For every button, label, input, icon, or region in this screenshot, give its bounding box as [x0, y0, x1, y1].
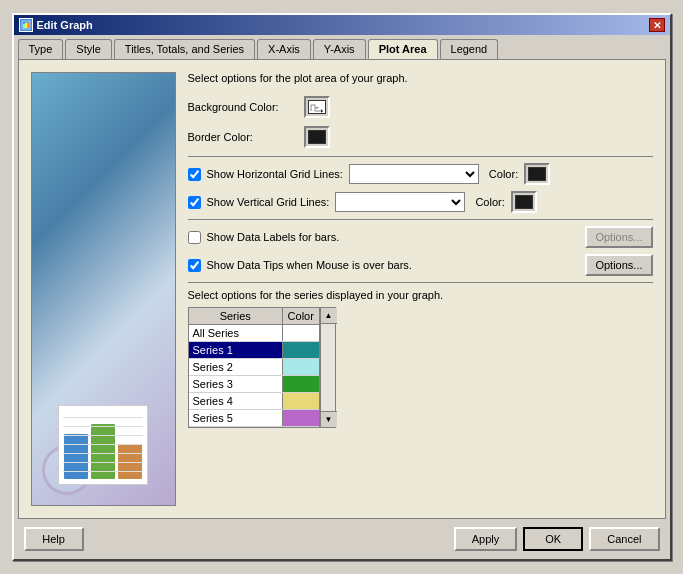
series-row-1[interactable]: Series 1	[189, 342, 319, 359]
left-panel	[31, 72, 176, 506]
series-table-wrapper: Series Color All Series Series 1	[188, 307, 336, 428]
series-name-4: Series 4	[189, 393, 283, 410]
titlebar: Edit Graph ✕	[14, 15, 670, 35]
horizontal-color-button[interactable]	[524, 163, 550, 185]
series-name-all: All Series	[189, 325, 283, 342]
vertical-grid-row: Show Vertical Grid Lines: Solid Dashed C…	[188, 191, 653, 213]
svg-rect-3	[27, 22, 29, 28]
series-row-4[interactable]: Series 4	[189, 393, 319, 410]
background-color-label: Background Color:	[188, 101, 298, 113]
tab-xaxis[interactable]: X-Axis	[257, 39, 311, 59]
show-data-tips-checkbox[interactable]	[188, 259, 201, 272]
content-area: Select options for the plot area of your…	[18, 59, 666, 519]
series-scrollbar[interactable]: ▲ ▼	[320, 307, 336, 428]
series-intro-text: Select options for the series displayed …	[188, 289, 653, 301]
apply-button[interactable]: Apply	[454, 527, 518, 551]
series-color-2[interactable]	[283, 359, 319, 376]
titlebar-left: Edit Graph	[19, 18, 93, 32]
show-horizontal-checkbox[interactable]	[188, 168, 201, 181]
action-buttons: Apply OK Cancel	[454, 527, 660, 551]
series-name-5: Series 5	[189, 410, 283, 427]
chart-preview	[58, 405, 148, 485]
vertical-color-swatch	[515, 195, 533, 209]
tab-legend[interactable]: Legend	[440, 39, 499, 59]
tab-yaxis[interactable]: Y-Axis	[313, 39, 366, 59]
horizontal-color-label: Color:	[489, 168, 518, 180]
vertical-grid-style-select[interactable]: Solid Dashed	[335, 192, 465, 212]
series-color-3[interactable]	[283, 376, 319, 393]
data-labels-options-button[interactable]: Options...	[585, 226, 652, 248]
intro-text: Select options for the plot area of your…	[188, 72, 653, 84]
divider-3	[188, 282, 653, 283]
right-panel: Select options for the plot area of your…	[188, 72, 653, 506]
window-icon	[19, 18, 33, 32]
show-vertical-checkbox[interactable]	[188, 196, 201, 209]
series-row-3[interactable]: Series 3	[189, 376, 319, 393]
tab-bar: Type Style Titles, Totals, and Series X-…	[14, 35, 670, 59]
series-color-all	[283, 325, 319, 342]
border-color-label: Border Color:	[188, 131, 298, 143]
border-color-button[interactable]	[304, 126, 330, 148]
series-row-5[interactable]: Series 5	[189, 410, 319, 427]
series-col-header: Series	[189, 308, 283, 325]
vertical-color-button[interactable]	[511, 191, 537, 213]
series-color-1[interactable]	[283, 342, 319, 359]
scroll-up-arrow[interactable]: ▲	[321, 308, 337, 324]
horizontal-color-swatch	[528, 167, 546, 181]
series-name-2: Series 2	[189, 359, 283, 376]
vertical-color-label: Color:	[475, 196, 504, 208]
tab-type[interactable]: Type	[18, 39, 64, 59]
tab-titles[interactable]: Titles, Totals, and Series	[114, 39, 255, 59]
background-color-row: Background Color:	[188, 96, 653, 118]
tab-plotarea[interactable]: Plot Area	[368, 39, 438, 59]
data-tips-row: Show Data Tips when Mouse is over bars. …	[188, 254, 653, 276]
background-color-button[interactable]	[304, 96, 330, 118]
data-tips-options-button[interactable]: Options...	[585, 254, 652, 276]
color-col-header: Color	[283, 308, 319, 325]
show-vertical-label: Show Vertical Grid Lines:	[207, 196, 330, 208]
show-horizontal-label: Show Horizontal Grid Lines:	[207, 168, 343, 180]
cancel-button[interactable]: Cancel	[589, 527, 659, 551]
show-data-labels-label: Show Data Labels for bars.	[207, 231, 340, 243]
scroll-thumb	[321, 324, 335, 411]
edit-graph-window: Edit Graph ✕ Type Style Titles, Totals, …	[12, 13, 672, 561]
series-row-all[interactable]: All Series	[189, 325, 319, 342]
bottom-bar: Help Apply OK Cancel	[14, 519, 670, 559]
show-data-labels-checkbox[interactable]	[188, 231, 201, 244]
series-table-container: Series Color All Series Series 1	[188, 307, 320, 428]
tab-style[interactable]: Style	[65, 39, 111, 59]
show-data-tips-label: Show Data Tips when Mouse is over bars.	[207, 259, 412, 271]
series-color-5[interactable]	[283, 410, 319, 427]
border-color-swatch	[308, 130, 326, 144]
divider-2	[188, 219, 653, 220]
horizontal-grid-row: Show Horizontal Grid Lines: Solid Dashed…	[188, 163, 653, 185]
series-row-2[interactable]: Series 2	[189, 359, 319, 376]
series-name-3: Series 3	[189, 376, 283, 393]
svg-rect-1	[23, 24, 25, 28]
scroll-down-arrow[interactable]: ▼	[321, 411, 337, 427]
series-color-4[interactable]	[283, 393, 319, 410]
background-color-swatch	[308, 100, 326, 114]
border-color-row: Border Color:	[188, 126, 653, 148]
ok-button[interactable]: OK	[523, 527, 583, 551]
svg-rect-2	[25, 23, 27, 28]
series-name-1: Series 1	[189, 342, 283, 359]
data-labels-row: Show Data Labels for bars. Options...	[188, 226, 653, 248]
close-button[interactable]: ✕	[649, 18, 665, 32]
help-button[interactable]: Help	[24, 527, 84, 551]
series-table: Series Color All Series Series 1	[189, 308, 319, 427]
divider-1	[188, 156, 653, 157]
horizontal-grid-style-select[interactable]: Solid Dashed	[349, 164, 479, 184]
window-title: Edit Graph	[37, 19, 93, 31]
